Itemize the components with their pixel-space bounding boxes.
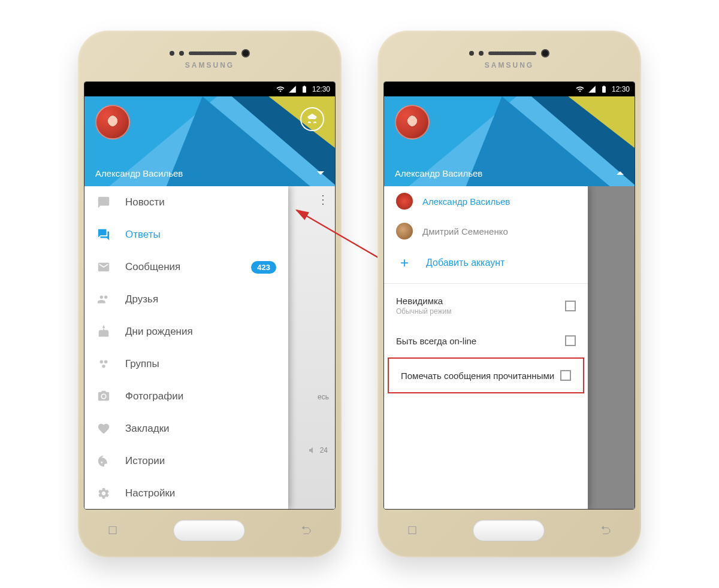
front-camera [541, 49, 549, 57]
settings-icon [96, 486, 111, 501]
account-avatar [396, 223, 413, 240]
wifi-icon [576, 85, 584, 93]
annotation-highlight: Помечать сообщения прочитанными [388, 357, 584, 393]
checkbox[interactable] [565, 301, 576, 311]
setting-always-online[interactable]: Быть всегда on-line [384, 324, 588, 357]
back-icon[interactable]: ⮌ [301, 525, 312, 537]
accounts-drawer: Александр Васильев Дмитрий Семененко + Д… [384, 186, 588, 509]
earpiece-speaker [488, 51, 536, 55]
phone-left: SAMSUNG 12:30 Александр Васильев [78, 31, 342, 557]
back-icon[interactable]: ⮌ [600, 525, 611, 537]
user-name: Александр Васильев [95, 168, 183, 178]
replies-icon [96, 228, 111, 242]
screen: 12:30 Александр Васильев Александр Васи [383, 81, 635, 510]
nav-label: Фотографии [125, 390, 276, 402]
add-account-button[interactable]: + Добавить аккаунт [384, 246, 588, 280]
bookmarks-icon [96, 422, 111, 436]
phone-bottom-bezel: ☐ ⮌ [84, 510, 336, 551]
home-button[interactable] [473, 520, 545, 541]
earpiece-speaker [189, 51, 237, 55]
messages-icon [96, 260, 111, 274]
sensor-dot [170, 51, 174, 56]
nav-label: Истории [125, 455, 276, 467]
nav-item-news[interactable]: Новости [84, 186, 288, 219]
phone-top-bezel: SAMSUNG [84, 37, 336, 81]
user-avatar[interactable] [95, 105, 130, 140]
account-primary[interactable]: Александр Васильев [384, 186, 588, 216]
more-icon[interactable]: ⋮ [317, 192, 329, 207]
nav-item-replies[interactable]: Ответы [84, 219, 288, 251]
status-time: 12:30 [312, 85, 330, 93]
wifi-icon [276, 85, 285, 93]
svg-point-6 [104, 360, 108, 364]
setting-invisible[interactable]: Невидимка Обычный режим [384, 287, 588, 324]
chevron-down-icon [317, 171, 324, 175]
user-name: Александр Васильев [395, 168, 482, 178]
recent-apps-icon[interactable]: ☐ [407, 524, 417, 537]
nav-item-settings[interactable]: Настройки [84, 477, 288, 509]
photos-icon [96, 389, 111, 404]
battery-icon [300, 85, 309, 93]
phone-bottom-bezel: ☐ ⮌ [383, 510, 635, 551]
checkbox[interactable] [565, 335, 576, 346]
phone-right: SAMSUNG 12:30 Александр Васильев [377, 31, 641, 557]
drawer-header: Александр Васильев [384, 96, 635, 186]
incognito-button[interactable] [300, 107, 324, 131]
divider [384, 283, 588, 284]
status-time: 12:30 [612, 85, 630, 93]
setting-subtitle: Обычный режим [396, 307, 452, 316]
nav-item-messages[interactable]: Сообщения 423 [84, 251, 288, 283]
nav-item-birthdays[interactable]: Дни рождения [84, 316, 288, 348]
brand-label: SAMSUNG [485, 61, 534, 69]
nav-label: Друзья [125, 293, 276, 305]
friends-icon [96, 292, 111, 307]
groups-icon [96, 357, 111, 371]
nav-item-bookmarks[interactable]: Закладки [84, 413, 288, 445]
nav-label: Новости [125, 196, 276, 208]
account-dropdown[interactable]: Александр Васильев [384, 160, 635, 186]
brand-label: SAMSUNG [185, 61, 234, 69]
signal-icon [288, 85, 297, 93]
setting-title: Помечать сообщения прочитанными [401, 371, 554, 381]
account-name: Дмитрий Семененко [422, 226, 508, 237]
birthday-icon [96, 325, 111, 339]
news-icon [96, 195, 111, 210]
behind-count: 24 [320, 446, 328, 454]
user-avatar[interactable] [395, 105, 430, 140]
messages-badge: 423 [251, 261, 276, 274]
add-account-label: Добавить аккаунт [426, 257, 504, 268]
sensor-dot [469, 51, 474, 56]
nav-label: Сообщения [125, 261, 237, 273]
signal-icon [588, 85, 596, 93]
stories-icon [96, 454, 111, 468]
plus-icon: + [397, 254, 412, 271]
battery-icon [600, 85, 608, 93]
account-secondary[interactable]: Дмитрий Семененко [384, 216, 588, 246]
home-button[interactable] [173, 520, 245, 541]
account-dropdown[interactable]: Александр Васильев [84, 160, 335, 186]
account-avatar [396, 193, 413, 210]
nav-item-photos[interactable]: Фотографии [84, 380, 288, 413]
background-content [588, 186, 635, 509]
nav-label: Настройки [125, 487, 276, 499]
sensor-dot [179, 51, 184, 56]
background-content: ⋮ есь 24 [288, 186, 335, 509]
setting-title: Быть всегда on-line [396, 336, 476, 346]
sensor-dot [479, 51, 484, 56]
nav-item-stories[interactable]: Истории [84, 445, 288, 477]
svg-point-5 [100, 360, 104, 364]
setting-mark-read[interactable]: Помечать сообщения прочитанными [389, 359, 583, 392]
screen: 12:30 Александр Васильев ⋮ есь [84, 81, 336, 510]
chevron-up-icon [617, 171, 624, 175]
svg-point-7 [102, 365, 105, 368]
svg-point-8 [102, 395, 105, 398]
nav-item-friends[interactable]: Друзья [84, 283, 288, 316]
nav-item-groups[interactable]: Группы [84, 348, 288, 380]
front-camera [241, 49, 250, 57]
checkbox[interactable] [560, 370, 571, 381]
nav-label: Дни рождения [125, 326, 276, 338]
recent-apps-icon[interactable]: ☐ [108, 524, 117, 537]
account-name: Александр Васильев [422, 196, 510, 207]
nav-label: Закладки [125, 423, 276, 435]
status-bar: 12:30 [384, 82, 635, 96]
